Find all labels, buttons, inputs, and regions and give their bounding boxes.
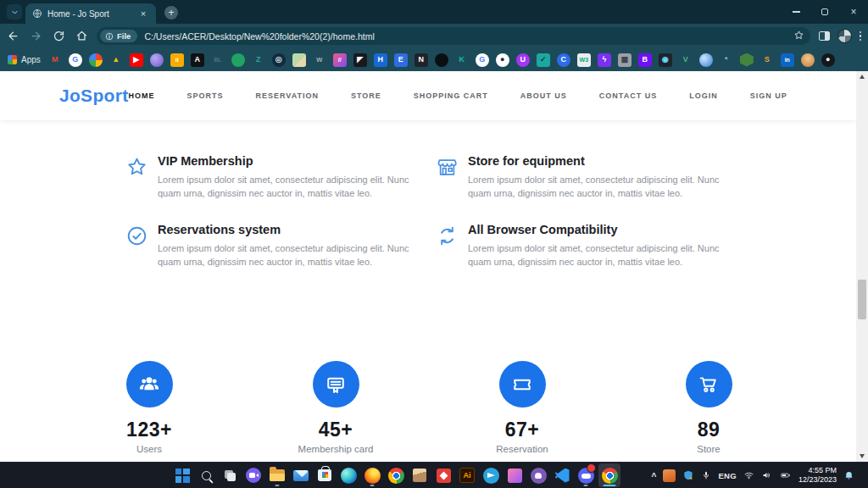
bookmark-nodejs-icon[interactable] — [740, 53, 754, 67]
taskbar-discord-icon[interactable] — [575, 463, 597, 487]
taskbar-mail-icon[interactable] — [290, 463, 312, 487]
taskbar-chrome-icon[interactable] — [385, 463, 407, 487]
minimize-button[interactable] — [782, 0, 810, 24]
taskbar-chat-icon[interactable] — [242, 463, 264, 487]
bookmark-sparkle-icon[interactable]: * — [720, 53, 733, 67]
taskbar-file-explorer-icon[interactable] — [266, 463, 288, 487]
bookmark-star-button[interactable] — [793, 29, 804, 44]
nav-contact-us[interactable]: CONTACT US — [599, 92, 657, 100]
bookmark-gmail-icon[interactable]: M — [48, 53, 62, 67]
bookmark-w-gray-icon[interactable]: w — [313, 53, 326, 67]
bookmark-dim-gray-icon[interactable]: BL — [211, 53, 225, 67]
bookmark-shield-check-icon[interactable]: ✓ — [537, 53, 550, 67]
bookmark-z-teal-icon[interactable]: Z — [252, 53, 265, 67]
taskbar-pink-gradient-app-icon[interactable] — [504, 463, 526, 487]
bookmark-w3schools-icon[interactable]: W3 — [577, 53, 591, 67]
browser-tab[interactable]: Home - Jo Sport × — [25, 3, 156, 24]
tab-close-icon[interactable]: × — [137, 8, 149, 19]
bookmark-a-black-icon[interactable]: A — [191, 53, 204, 67]
bookmark-vue-icon[interactable]: V — [679, 53, 693, 67]
tray-language-indicator[interactable]: ENG — [718, 471, 737, 480]
taskbar-microsoft-store-icon[interactable] — [314, 463, 336, 487]
tray-volume-icon[interactable] — [761, 470, 772, 480]
nav-home[interactable]: HOME — [128, 92, 154, 100]
nav-sports[interactable]: SPORTS — [186, 92, 223, 100]
bookmark-analytics-icon[interactable]: ıl — [170, 53, 184, 67]
taskbar-illustrator-icon[interactable]: Ai — [456, 463, 478, 487]
bookmark-google-icon[interactable]: G — [69, 53, 82, 67]
tray-battery-icon[interactable] — [779, 470, 792, 480]
bookmark-orange-curl-icon[interactable]: S — [760, 53, 774, 67]
bookmark-k-teal-icon[interactable]: K — [455, 53, 469, 67]
bookmark-avatar-orange-icon[interactable] — [801, 53, 815, 67]
nav-about-us[interactable]: ABOUT US — [520, 92, 567, 100]
profile-avatar[interactable] — [837, 29, 852, 43]
forward-button[interactable] — [25, 26, 46, 47]
taskbar-task-view-icon[interactable] — [219, 463, 241, 487]
bookmark-qr-gray-icon[interactable]: ▦ — [618, 53, 632, 67]
bookmark-google-photos-icon[interactable] — [89, 53, 103, 67]
bookmark-google-2-icon[interactable]: G — [476, 53, 489, 67]
nav-store[interactable]: STORE — [351, 92, 381, 100]
nav-reservation[interactable]: RESERVATION — [255, 92, 319, 100]
taskbar-start-icon[interactable] — [171, 463, 193, 487]
reload-button[interactable] — [48, 26, 69, 47]
taskbar-edge-icon[interactable] — [337, 463, 359, 487]
bookmark-h-blue-icon[interactable]: H — [374, 53, 387, 67]
taskbar-telegram-icon[interactable] — [480, 463, 502, 487]
scrollbar-thumb[interactable] — [858, 280, 866, 319]
home-button[interactable] — [71, 26, 92, 47]
close-button[interactable]: × — [839, 0, 868, 24]
page-scrollbar[interactable] — [856, 71, 868, 462]
tray-clock[interactable]: 4:55 PM 12/23/2023 — [798, 466, 837, 485]
bookmark-github-dark-icon[interactable]: ● — [821, 53, 835, 67]
tray-notification-bell-icon[interactable] — [843, 470, 854, 481]
bookmark-youtube-icon[interactable]: ▶ — [130, 53, 143, 67]
bookmark-purple-planet-icon[interactable] — [150, 53, 164, 67]
tray-wifi-icon[interactable] — [743, 470, 754, 480]
bookmark-bolt-purple-icon[interactable]: ϟ — [598, 53, 611, 67]
side-panel-icon[interactable] — [819, 31, 830, 41]
bookmark-github-light-icon[interactable]: ● — [496, 53, 509, 67]
bookmark-bootstrap-icon[interactable]: B — [638, 53, 652, 67]
bookmark-linkedin-icon[interactable]: in — [781, 53, 794, 67]
site-logo[interactable]: JoSport — [59, 86, 128, 106]
taskbar-red-diamond-app-icon[interactable] — [432, 463, 454, 487]
bookmark-google-drive-icon[interactable]: ▲ — [109, 53, 123, 67]
tab-list-chevron-button[interactable] — [7, 4, 22, 19]
file-scheme-chip[interactable]: File — [100, 30, 137, 42]
bookmark-pink-slashes-icon[interactable]: // — [333, 53, 347, 67]
tray-security-shield-icon[interactable] — [682, 469, 694, 481]
taskbar-3d-viewer-icon[interactable] — [409, 463, 431, 487]
tray-chevron-up-icon[interactable]: ^ — [652, 472, 657, 481]
scrollbar-up-arrow[interactable] — [856, 71, 868, 82]
bookmark-blue-swirl-icon[interactable] — [699, 53, 713, 67]
new-tab-button[interactable]: + — [164, 6, 178, 19]
nav-login[interactable]: LOGIN — [689, 92, 718, 100]
taskbar-github-desktop-icon[interactable] — [527, 463, 549, 487]
address-bar[interactable]: File C:/Users/ACER/Desktop/New%20folder%… — [97, 27, 810, 45]
tray-orange-app-icon[interactable] — [663, 469, 676, 482]
maximize-button[interactable] — [810, 0, 839, 24]
bookmark-c-blue-icon[interactable]: C — [557, 53, 570, 67]
taskbar-vscode-icon[interactable] — [551, 463, 573, 487]
back-button[interactable] — [3, 26, 23, 47]
bookmark-react-icon[interactable]: ◉ — [659, 53, 672, 67]
taskbar-search-icon[interactable] — [195, 463, 217, 487]
taskbar-chrome-active-icon[interactable] — [598, 463, 620, 487]
bookmark-map-thumbnail-icon[interactable] — [292, 53, 306, 67]
nav-sign-up[interactable]: SIGN UP — [750, 92, 787, 100]
apps-shortcut[interactable]: Apps — [8, 55, 41, 64]
bookmark-n-black-icon[interactable]: N — [415, 53, 428, 67]
bookmark-e-blue-icon[interactable]: E — [394, 53, 408, 67]
nav-shopping-cart[interactable]: SHOPPING CART — [414, 92, 488, 100]
tray-microphone-icon[interactable] — [701, 470, 711, 480]
bookmark-green-swirl-icon[interactable] — [231, 53, 245, 67]
bookmark-paw-icon[interactable] — [435, 53, 448, 67]
scrollbar-down-arrow[interactable] — [856, 451, 868, 462]
browser-menu-icon[interactable] — [860, 31, 862, 42]
bookmark-black-tile-icon[interactable]: ◤ — [353, 53, 367, 67]
taskbar-firefox-icon[interactable] — [361, 463, 383, 487]
bookmark-dark-globe-icon[interactable]: ◎ — [272, 53, 286, 67]
bookmark-udemy-icon[interactable]: U — [516, 53, 530, 67]
